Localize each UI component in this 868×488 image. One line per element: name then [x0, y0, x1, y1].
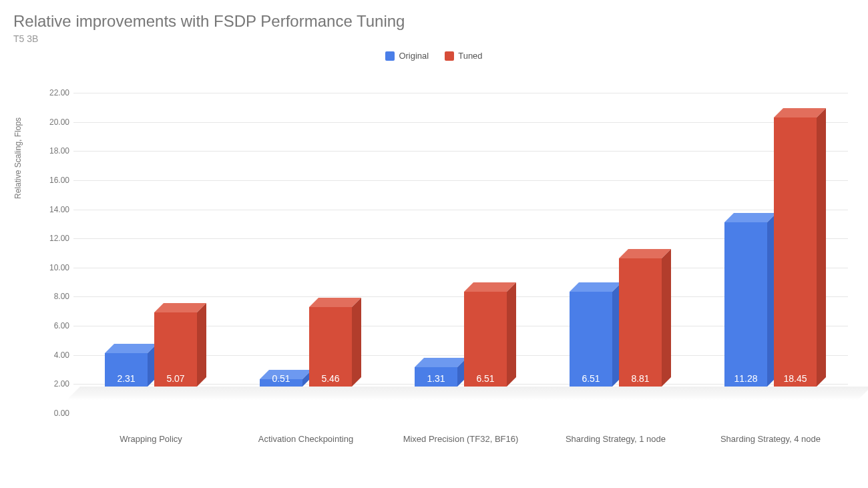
bar: 6.51 [570, 292, 612, 387]
bar-value-label: 6.51 [570, 373, 612, 384]
bar: 5.46 [309, 307, 352, 387]
bar: 5.07 [154, 312, 197, 387]
legend-label-original: Original [399, 51, 429, 61]
y-tick: 22.00 [43, 88, 69, 97]
legend-label-tuned: Tuned [458, 51, 482, 61]
x-tick-label: Sharding Strategy, 4 node [693, 434, 848, 444]
bar-side [352, 298, 361, 387]
bar-side [817, 108, 826, 387]
chart-subtitle: T5 3B [13, 33, 855, 44]
x-tick-label: Activation Checkpointing [228, 434, 383, 444]
legend: Original Tuned [13, 51, 855, 61]
bar-side [507, 282, 516, 387]
bar-front [724, 222, 767, 387]
x-tick-label: Wrapping Policy [73, 434, 228, 444]
legend-item-tuned: Tuned [445, 51, 482, 61]
y-tick: 6.00 [43, 321, 69, 330]
legend-swatch-original [385, 51, 395, 61]
bar-value-label: 8.81 [619, 373, 662, 384]
bar: 2.31 [105, 353, 148, 387]
bar: 11.28 [724, 222, 767, 387]
bar-value-label: 2.31 [105, 373, 148, 384]
y-axis-label: Relative Scaling, Flops [13, 117, 23, 199]
bar-value-label: 18.45 [774, 373, 817, 384]
bar-value-label: 5.07 [154, 373, 197, 384]
bar-front [774, 117, 817, 387]
bar-value-label: 1.31 [415, 373, 457, 384]
bar-group: 2.315.07 [73, 66, 228, 387]
bar: 18.45 [774, 117, 817, 387]
bar-value-label: 6.51 [464, 373, 507, 384]
y-tick: 20.00 [43, 117, 69, 127]
y-tick: 16.00 [43, 176, 69, 185]
bar-value-label: 5.46 [309, 373, 352, 384]
bar: 8.81 [619, 258, 662, 387]
bar-value-label: 11.28 [724, 373, 767, 384]
y-tick: 12.00 [43, 234, 69, 243]
bar-front [619, 258, 662, 387]
bar-front [570, 292, 612, 387]
bar-value-label: 0.51 [260, 373, 302, 384]
y-tick: 14.00 [43, 205, 69, 214]
chart-container: Relative improvements with FSDP Performa… [13, 12, 855, 440]
bar: 6.51 [464, 292, 507, 387]
x-tick-label: Sharding Strategy, 1 node [538, 434, 693, 444]
chart-floor [67, 387, 868, 400]
legend-swatch-tuned [445, 51, 454, 61]
bar-side [197, 303, 206, 387]
y-tick: 0.00 [43, 409, 69, 418]
legend-item-original: Original [385, 51, 429, 61]
bar-group: 1.316.51 [383, 66, 538, 387]
plot-area: 2.315.070.515.461.316.516.518.8111.2818.… [73, 66, 848, 413]
y-tick: 18.00 [43, 146, 69, 156]
chart-title: Relative improvements with FSDP Performa… [13, 12, 855, 31]
y-tick: 10.00 [43, 263, 69, 272]
bar-groups: 2.315.070.515.461.316.516.518.8111.2818.… [73, 66, 848, 387]
bar: 0.51 [260, 379, 302, 387]
bar-front [464, 292, 507, 387]
bar-side [662, 249, 671, 387]
plot: Relative Scaling, Flops 2.315.070.515.46… [55, 66, 849, 440]
bar-group: 0.515.46 [228, 66, 383, 387]
y-tick: 2.00 [43, 379, 69, 389]
y-tick: 4.00 [43, 350, 69, 360]
x-axis-labels: Wrapping PolicyActivation CheckpointingM… [73, 434, 848, 444]
bar-group: 6.518.81 [538, 66, 693, 387]
x-tick-label: Mixed Precision (TF32, BF16) [383, 434, 538, 444]
bar-group: 11.2818.45 [693, 66, 848, 387]
bar: 1.31 [415, 367, 457, 387]
y-tick: 8.00 [43, 292, 69, 301]
